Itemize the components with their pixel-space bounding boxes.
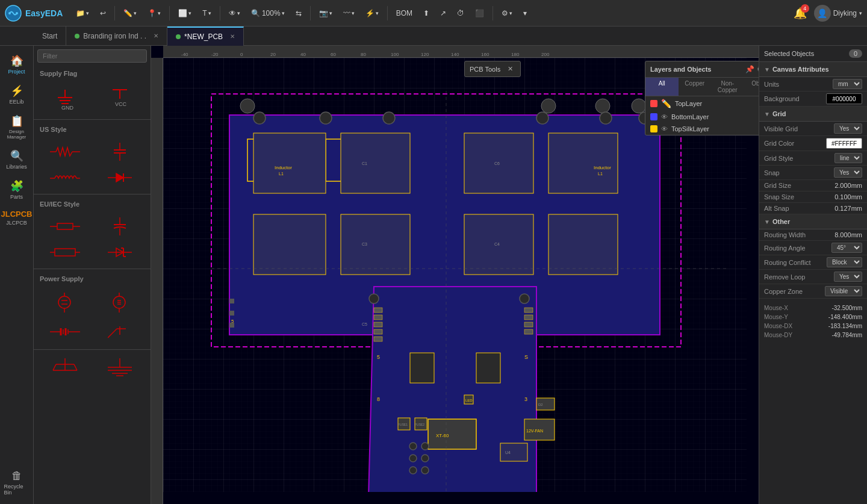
- wiring-btn[interactable]: ⚡ ▾: [362, 7, 382, 20]
- gnd-component[interactable]: GND: [39, 83, 91, 114]
- undo-button[interactable]: ↩: [96, 7, 110, 20]
- file-menu-button[interactable]: 📁 ▾: [72, 7, 93, 20]
- alt-snap-label: Alt Snap: [764, 205, 789, 212]
- tab-close-icon[interactable]: ✕: [154, 33, 158, 39]
- tab-new-pcb[interactable]: *NEW_PCB ✕: [167, 26, 244, 46]
- sidebar-item-eelib[interactable]: ⚡ EELib: [2, 81, 32, 108]
- filter-input[interactable]: [37, 49, 147, 63]
- topsilk-layer-name: TopSilkLayer: [671, 125, 709, 132]
- svg-point-73: [632, 99, 646, 113]
- snap-select[interactable]: Yes No: [834, 167, 862, 178]
- diag-comp[interactable]: [93, 319, 146, 344]
- pcb-tools-close[interactable]: ✕: [505, 64, 515, 74]
- snap-label: Snap: [764, 169, 780, 176]
- canvas-area[interactable]: -40 -20 0 20 40 60 80 100 120 140 160 18…: [151, 46, 759, 504]
- pcb-tools-panel: PCB Tools ✕: [464, 61, 521, 77]
- tab-branding[interactable]: Branding iron Ind . . ✕: [66, 26, 167, 46]
- layers-tab-object[interactable]: Object: [744, 78, 759, 96]
- user-menu[interactable]: 👤 Diyking ▾: [814, 5, 862, 22]
- svg-rect-110: [524, 308, 533, 313]
- power-4-comp[interactable]: [93, 355, 146, 380]
- battery-symbol: [50, 325, 80, 340]
- more-btn[interactable]: ▾: [520, 7, 530, 20]
- toolbar-separator-2: [169, 6, 170, 20]
- capacitor-eu[interactable]: [93, 214, 146, 239]
- draw-menu-button[interactable]: ✏️ ▾: [120, 7, 140, 20]
- settings-btn[interactable]: ⚙ ▾: [498, 7, 516, 20]
- svg-point-71: [541, 99, 556, 113]
- background-color-swatch[interactable]: #000000: [826, 93, 862, 104]
- sidebar-item-recycle[interactable]: 🗑 Recycle Bin: [2, 466, 32, 499]
- photo-btn[interactable]: 📷 ▾: [315, 7, 336, 20]
- resistor-us[interactable]: [39, 139, 91, 164]
- background-row: Background #000000: [759, 92, 867, 107]
- svg-rect-113: [524, 329, 533, 334]
- power-comp-1[interactable]: [39, 288, 91, 317]
- grid-color-swatch[interactable]: #FFFFFF: [826, 138, 862, 149]
- export-btn[interactable]: ⬆: [420, 7, 433, 20]
- layers-pin-icon[interactable]: 📌: [745, 65, 754, 73]
- layer-topsilk[interactable]: 👁 TopSilkLayer: [645, 123, 759, 135]
- tab-start[interactable]: Start: [34, 26, 66, 46]
- zener-eu[interactable]: [93, 241, 146, 264]
- ruler-top: -40 -20 0 20 40 60 80 100 120 140 160 18…: [163, 46, 759, 58]
- layers-tab-copper[interactable]: Copper: [679, 78, 712, 96]
- svg-point-132: [409, 455, 417, 462]
- svg-text:C6: C6: [494, 161, 500, 166]
- parts-icon: 🧩: [10, 179, 23, 193]
- layers-settings-icon[interactable]: ⚙: [757, 65, 759, 73]
- ruler-mark: 20: [270, 52, 276, 57]
- routing-angle-select[interactable]: 45° 90° Free: [831, 243, 862, 253]
- sidebar-item-project[interactable]: 🏠 Project: [2, 51, 32, 78]
- mouse-dx-label: Mouse-DX: [764, 323, 806, 329]
- visible-grid-select[interactable]: Yes No: [834, 123, 862, 134]
- grid-style-select[interactable]: line dot: [834, 153, 862, 163]
- pcb-indicator: [176, 34, 181, 39]
- text-btn[interactable]: T ▾: [199, 7, 214, 20]
- layers-tab-non-copper[interactable]: Non-Copper: [711, 78, 744, 96]
- app-logo[interactable]: EasyEDA: [5, 5, 63, 22]
- sidebar-item-libraries[interactable]: 🔍 Libraries: [2, 146, 32, 173]
- history-btn[interactable]: ⏱: [453, 7, 468, 20]
- svg-text:FUSE2: FUSE2: [415, 423, 424, 426]
- layers-btn[interactable]: ⬛: [471, 7, 488, 20]
- layers-tab-all[interactable]: All: [645, 78, 679, 96]
- layer-top[interactable]: ✏️ TopLayer: [645, 96, 759, 111]
- notifications[interactable]: 🔔 4: [794, 7, 807, 20]
- capacitor-us[interactable]: [93, 139, 146, 164]
- inductor-eu-symbol: [50, 245, 80, 260]
- copper-zone-select[interactable]: Visible Hidden: [825, 286, 862, 296]
- inductor-us[interactable]: [39, 167, 91, 189]
- flip-btn[interactable]: ⇆: [292, 7, 305, 20]
- routing-conflict-select[interactable]: Block Ignore: [827, 257, 862, 267]
- resistor-eu-symbol: [50, 220, 80, 232]
- view-btn[interactable]: 👁 ▾: [225, 7, 244, 20]
- routing-width-row: Routing Width 8.000mm: [759, 229, 867, 241]
- units-select[interactable]: mm mil inch: [833, 79, 862, 89]
- diode-us[interactable]: [93, 167, 146, 189]
- place-menu-button[interactable]: 📍 ▾: [144, 7, 164, 20]
- sidebar-item-design-manager[interactable]: 📋 Design Manager: [2, 111, 32, 143]
- tab-new-pcb-close[interactable]: ✕: [230, 33, 235, 40]
- battery-comp[interactable]: [39, 319, 91, 344]
- vcc-component[interactable]: VCC: [93, 83, 146, 114]
- share-btn[interactable]: ↗: [437, 7, 450, 20]
- sidebar-item-parts[interactable]: 🧩 Parts: [2, 176, 32, 204]
- zoom-btn[interactable]: 🔍 100% ▾: [247, 7, 288, 20]
- power-3-comp[interactable]: [39, 355, 91, 380]
- svg-rect-88: [548, 133, 618, 193]
- layer-bottom[interactable]: 👁 BottomLayer: [645, 111, 759, 123]
- power-comp-2[interactable]: [93, 288, 146, 317]
- bom-btn[interactable]: BOM: [393, 7, 416, 20]
- ruler-left: [151, 58, 163, 504]
- remove-loop-select[interactable]: Yes No: [834, 272, 862, 282]
- sidebar-item-jlcpcb[interactable]: JLCPCB JLCPCB: [2, 206, 32, 229]
- resistor-eu[interactable]: [39, 214, 91, 239]
- route-btn[interactable]: ⬜ ▾: [175, 7, 195, 20]
- component-filter-area: [34, 46, 151, 66]
- bottom-layer-eye-icon[interactable]: 👁: [661, 113, 668, 120]
- inductor-eu[interactable]: [39, 241, 91, 264]
- topsilk-layer-eye-icon[interactable]: 👁: [661, 125, 668, 132]
- autoroute-btn[interactable]: 〰 ▾: [340, 7, 358, 20]
- remove-loop-label: Remove Loop: [764, 273, 806, 281]
